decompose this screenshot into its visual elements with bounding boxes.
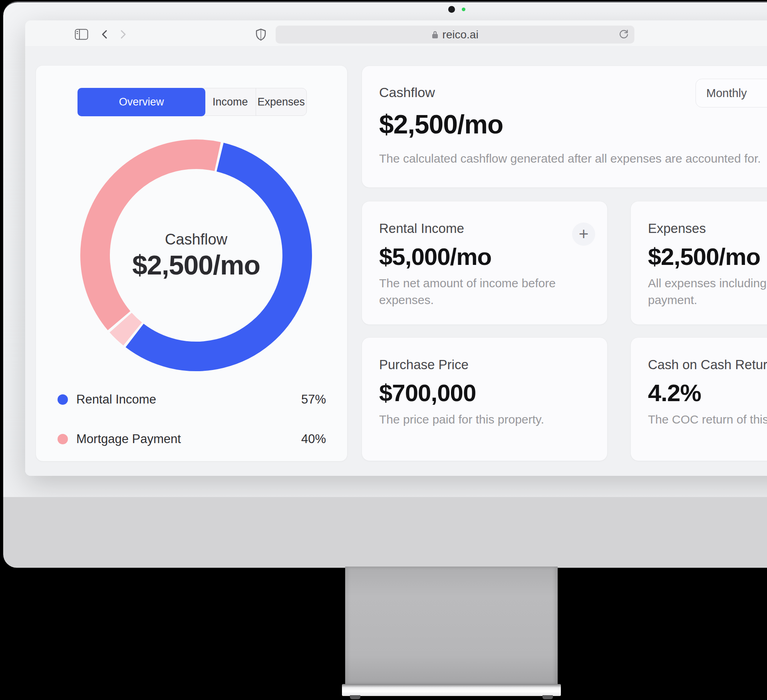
tab-expenses[interactable]: Expenses bbox=[256, 88, 307, 115]
tab-overview[interactable]: Overview bbox=[77, 88, 206, 116]
donut-center-value: $2,500/mo bbox=[132, 249, 260, 281]
stand-foot bbox=[350, 695, 360, 699]
browser-window: reico.ai Overview Income Expenses Cashfl… bbox=[25, 20, 767, 476]
card-title: Expenses bbox=[648, 221, 706, 236]
camera-dot bbox=[448, 6, 455, 13]
card-value: $700,000 bbox=[379, 379, 476, 407]
card-value: $5,000/mo bbox=[379, 243, 491, 270]
camera-led-green bbox=[462, 8, 465, 11]
reload-icon[interactable] bbox=[618, 29, 629, 42]
cashflow-donut-wrap: Cashflow $2,500/mo bbox=[72, 131, 320, 379]
card-value: $2,500/mo bbox=[379, 109, 503, 139]
card-description: The calculated cashflow generated after … bbox=[379, 150, 761, 167]
analyzer-card: Overview Income Expenses Cashflow $2,500… bbox=[36, 65, 348, 461]
card-value: $2,500/mo bbox=[648, 243, 760, 270]
card-description: The price paid for this property. bbox=[379, 411, 544, 428]
donut-center-text: Cashflow $2,500/mo bbox=[72, 131, 320, 379]
forward-button[interactable] bbox=[117, 29, 128, 42]
legend-percent: 40% bbox=[301, 432, 326, 446]
legend-dot-mortgage-payment bbox=[58, 434, 68, 444]
tab-income[interactable]: Income bbox=[205, 88, 256, 115]
address-bar[interactable]: reico.ai bbox=[276, 26, 634, 44]
legend-dot-rental-income bbox=[58, 394, 68, 405]
donut-center-label: Cashflow bbox=[165, 230, 227, 249]
imac-monitor: reico.ai Overview Income Expenses Cashfl… bbox=[3, 1, 767, 567]
monitor-chin bbox=[3, 497, 767, 568]
card-title: Purchase Price bbox=[379, 357, 469, 372]
legend-label: Mortgage Payment bbox=[76, 432, 181, 446]
period-selector-monthly[interactable]: Monthly bbox=[695, 79, 767, 107]
card-description: The net amount of income before expenses… bbox=[379, 275, 556, 308]
legend-label: Rental Income bbox=[76, 392, 156, 407]
back-button[interactable] bbox=[99, 29, 111, 42]
privacy-shield-icon[interactable] bbox=[255, 28, 266, 43]
card-title: Cash on Cash Return bbox=[648, 357, 767, 372]
legend-row-mortgage-payment: Mortgage Payment 40% bbox=[58, 431, 326, 447]
cash-on-cash-return-card: Cash on Cash Return 4.2% The COC return … bbox=[630, 337, 767, 461]
url-text: reico.ai bbox=[442, 28, 478, 41]
monitor-stand bbox=[345, 567, 558, 685]
rental-income-card: Rental Income + $5,000/mo The net amount… bbox=[362, 201, 608, 325]
card-title: Rental Income bbox=[379, 221, 464, 236]
card-description: The COC return of this investment. bbox=[648, 411, 767, 428]
expenses-card: Expenses $2,500/mo All expenses includin… bbox=[630, 201, 767, 325]
monitor-stand-base bbox=[342, 684, 561, 696]
card-value: 4.2% bbox=[648, 379, 701, 407]
legend-percent: 57% bbox=[301, 392, 326, 407]
card-title: Cashflow bbox=[379, 85, 435, 100]
add-income-button[interactable]: + bbox=[572, 223, 595, 246]
plus-icon: + bbox=[579, 226, 589, 243]
stand-foot bbox=[542, 695, 553, 699]
legend-row-rental-income: Rental Income 57% bbox=[58, 392, 326, 408]
card-description: All expenses including your payment. bbox=[648, 275, 767, 308]
sidebar-toggle-icon[interactable] bbox=[75, 29, 88, 42]
purchase-price-card: Purchase Price $700,000 The price paid f… bbox=[362, 337, 608, 461]
lock-icon bbox=[431, 30, 439, 40]
period-selector-label: Monthly bbox=[706, 87, 747, 100]
analyzer-tab-group: Overview Income Expenses bbox=[77, 88, 307, 116]
